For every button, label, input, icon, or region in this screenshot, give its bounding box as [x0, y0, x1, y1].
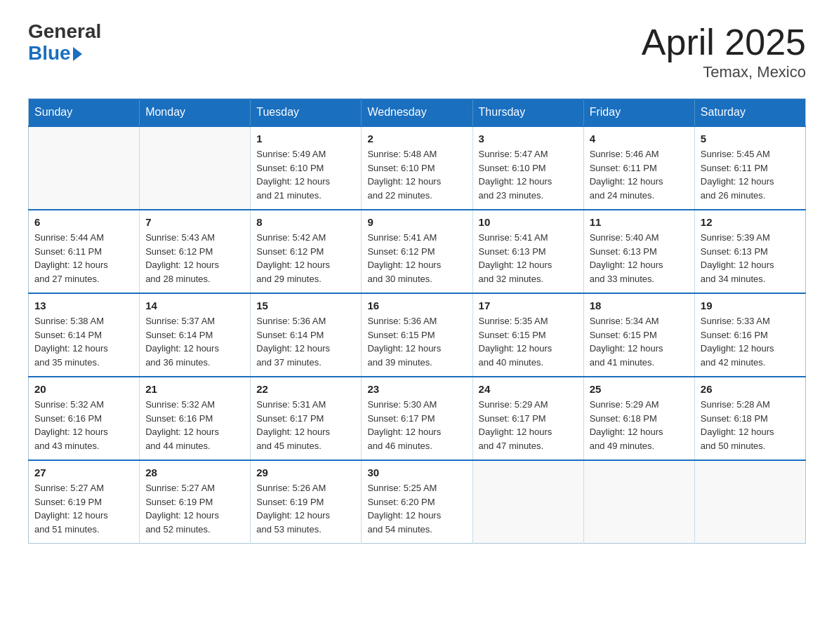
day-info: Sunrise: 5:32 AM Sunset: 6:16 PM Dayligh…	[34, 398, 133, 452]
logo-blue-text: Blue	[28, 43, 71, 65]
day-info: Sunrise: 5:41 AM Sunset: 6:13 PM Dayligh…	[479, 231, 578, 286]
logo-general-text: General	[28, 21, 101, 43]
day-info: Sunrise: 5:28 AM Sunset: 6:18 PM Dayligh…	[701, 398, 800, 452]
day-info: Sunrise: 5:48 AM Sunset: 6:10 PM Dayligh…	[367, 147, 466, 202]
title-block: April 2025 Temax, Mexico	[642, 21, 806, 81]
day-of-week-wednesday: Wednesday	[362, 99, 472, 127]
day-info: Sunrise: 5:43 AM Sunset: 6:12 PM Dayligh…	[145, 231, 244, 286]
calendar-cell: 14Sunrise: 5:37 AM Sunset: 6:14 PM Dayli…	[140, 293, 251, 377]
day-number: 14	[145, 300, 244, 311]
calendar-cell	[29, 126, 140, 210]
day-number: 4	[590, 133, 689, 145]
calendar-cell: 28Sunrise: 5:27 AM Sunset: 6:19 PM Dayli…	[140, 460, 251, 544]
day-info: Sunrise: 5:27 AM Sunset: 6:19 PM Dayligh…	[145, 481, 244, 536]
calendar-cell: 20Sunrise: 5:32 AM Sunset: 6:16 PM Dayli…	[29, 377, 140, 460]
calendar-cell: 2Sunrise: 5:48 AM Sunset: 6:10 PM Daylig…	[362, 126, 472, 210]
calendar-subtitle: Temax, Mexico	[642, 63, 806, 81]
day-number: 11	[590, 216, 689, 228]
day-number: 9	[367, 216, 466, 228]
day-number: 30	[367, 467, 466, 478]
day-info: Sunrise: 5:49 AM Sunset: 6:10 PM Dayligh…	[256, 147, 355, 202]
calendar-cell: 8Sunrise: 5:42 AM Sunset: 6:12 PM Daylig…	[251, 210, 362, 293]
calendar-cell: 26Sunrise: 5:28 AM Sunset: 6:18 PM Dayli…	[694, 377, 805, 460]
calendar-cell: 19Sunrise: 5:33 AM Sunset: 6:16 PM Dayli…	[694, 293, 805, 377]
calendar-cell: 29Sunrise: 5:26 AM Sunset: 6:19 PM Dayli…	[251, 460, 362, 544]
day-number: 1	[256, 133, 355, 145]
day-info: Sunrise: 5:33 AM Sunset: 6:16 PM Dayligh…	[701, 314, 800, 369]
calendar-week-row: 1Sunrise: 5:49 AM Sunset: 6:10 PM Daylig…	[29, 126, 806, 210]
day-number: 21	[145, 383, 244, 395]
day-number: 15	[256, 300, 355, 311]
calendar-cell: 6Sunrise: 5:44 AM Sunset: 6:11 PM Daylig…	[29, 210, 140, 293]
calendar-cell: 15Sunrise: 5:36 AM Sunset: 6:14 PM Dayli…	[251, 293, 362, 377]
logo-triangle-icon	[73, 47, 82, 61]
day-number: 10	[479, 216, 578, 228]
day-of-week-monday: Monday	[140, 99, 251, 127]
day-info: Sunrise: 5:40 AM Sunset: 6:13 PM Dayligh…	[590, 231, 689, 286]
day-number: 27	[34, 467, 133, 478]
calendar-cell: 3Sunrise: 5:47 AM Sunset: 6:10 PM Daylig…	[472, 126, 583, 210]
day-number: 22	[256, 383, 355, 395]
day-number: 25	[590, 383, 689, 395]
calendar-cell: 17Sunrise: 5:35 AM Sunset: 6:15 PM Dayli…	[472, 293, 583, 377]
calendar-cell: 16Sunrise: 5:36 AM Sunset: 6:15 PM Dayli…	[362, 293, 472, 377]
calendar-cell: 5Sunrise: 5:45 AM Sunset: 6:11 PM Daylig…	[694, 126, 805, 210]
day-info: Sunrise: 5:38 AM Sunset: 6:14 PM Dayligh…	[34, 314, 133, 369]
day-number: 26	[701, 383, 800, 395]
day-of-week-friday: Friday	[583, 99, 694, 127]
calendar-cell: 24Sunrise: 5:29 AM Sunset: 6:17 PM Dayli…	[472, 377, 583, 460]
logo-text: General Blue	[28, 21, 101, 65]
day-number: 29	[256, 467, 355, 478]
day-info: Sunrise: 5:29 AM Sunset: 6:17 PM Dayligh…	[479, 398, 578, 452]
day-of-week-tuesday: Tuesday	[251, 99, 362, 127]
day-info: Sunrise: 5:46 AM Sunset: 6:11 PM Dayligh…	[590, 147, 689, 202]
day-info: Sunrise: 5:29 AM Sunset: 6:18 PM Dayligh…	[590, 398, 689, 452]
day-number: 3	[479, 133, 578, 145]
day-number: 12	[701, 216, 800, 228]
calendar-cell: 4Sunrise: 5:46 AM Sunset: 6:11 PM Daylig…	[583, 126, 694, 210]
calendar-cell: 30Sunrise: 5:25 AM Sunset: 6:20 PM Dayli…	[362, 460, 472, 544]
day-info: Sunrise: 5:39 AM Sunset: 6:13 PM Dayligh…	[701, 231, 800, 286]
calendar-cell: 12Sunrise: 5:39 AM Sunset: 6:13 PM Dayli…	[694, 210, 805, 293]
calendar-cell: 18Sunrise: 5:34 AM Sunset: 6:15 PM Dayli…	[583, 293, 694, 377]
day-number: 16	[367, 300, 466, 311]
day-info: Sunrise: 5:36 AM Sunset: 6:15 PM Dayligh…	[367, 314, 466, 369]
calendar-cell: 13Sunrise: 5:38 AM Sunset: 6:14 PM Dayli…	[29, 293, 140, 377]
day-info: Sunrise: 5:37 AM Sunset: 6:14 PM Dayligh…	[145, 314, 244, 369]
day-info: Sunrise: 5:34 AM Sunset: 6:15 PM Dayligh…	[590, 314, 689, 369]
day-of-week-saturday: Saturday	[694, 99, 805, 127]
calendar-cell: 22Sunrise: 5:31 AM Sunset: 6:17 PM Dayli…	[251, 377, 362, 460]
day-info: Sunrise: 5:45 AM Sunset: 6:11 PM Dayligh…	[701, 147, 800, 202]
day-number: 7	[145, 216, 244, 228]
day-of-week-thursday: Thursday	[472, 99, 583, 127]
day-info: Sunrise: 5:44 AM Sunset: 6:11 PM Dayligh…	[34, 231, 133, 286]
calendar-cell	[140, 126, 251, 210]
day-info: Sunrise: 5:36 AM Sunset: 6:14 PM Dayligh…	[256, 314, 355, 369]
day-info: Sunrise: 5:41 AM Sunset: 6:12 PM Dayligh…	[367, 231, 466, 286]
calendar-cell: 11Sunrise: 5:40 AM Sunset: 6:13 PM Dayli…	[583, 210, 694, 293]
day-info: Sunrise: 5:25 AM Sunset: 6:20 PM Dayligh…	[367, 481, 466, 536]
calendar-week-row: 13Sunrise: 5:38 AM Sunset: 6:14 PM Dayli…	[29, 293, 806, 377]
day-of-week-sunday: Sunday	[29, 99, 140, 127]
calendar-cell	[472, 460, 583, 544]
day-info: Sunrise: 5:27 AM Sunset: 6:19 PM Dayligh…	[34, 481, 133, 536]
day-number: 8	[256, 216, 355, 228]
calendar-cell: 21Sunrise: 5:32 AM Sunset: 6:16 PM Dayli…	[140, 377, 251, 460]
calendar-cell: 25Sunrise: 5:29 AM Sunset: 6:18 PM Dayli…	[583, 377, 694, 460]
calendar-cell: 27Sunrise: 5:27 AM Sunset: 6:19 PM Dayli…	[29, 460, 140, 544]
day-number: 2	[367, 133, 466, 145]
day-info: Sunrise: 5:35 AM Sunset: 6:15 PM Dayligh…	[479, 314, 578, 369]
calendar-week-row: 6Sunrise: 5:44 AM Sunset: 6:11 PM Daylig…	[29, 210, 806, 293]
calendar-cell: 9Sunrise: 5:41 AM Sunset: 6:12 PM Daylig…	[362, 210, 472, 293]
day-info: Sunrise: 5:47 AM Sunset: 6:10 PM Dayligh…	[479, 147, 578, 202]
page-header: General Blue April 2025 Temax, Mexico	[28, 21, 806, 81]
day-number: 19	[701, 300, 800, 311]
calendar-cell: 23Sunrise: 5:30 AM Sunset: 6:17 PM Dayli…	[362, 377, 472, 460]
calendar-title: April 2025	[642, 21, 806, 63]
day-info: Sunrise: 5:31 AM Sunset: 6:17 PM Dayligh…	[256, 398, 355, 452]
day-info: Sunrise: 5:30 AM Sunset: 6:17 PM Dayligh…	[367, 398, 466, 452]
day-number: 13	[34, 300, 133, 311]
day-info: Sunrise: 5:26 AM Sunset: 6:19 PM Dayligh…	[256, 481, 355, 536]
day-number: 28	[145, 467, 244, 478]
calendar-cell	[694, 460, 805, 544]
